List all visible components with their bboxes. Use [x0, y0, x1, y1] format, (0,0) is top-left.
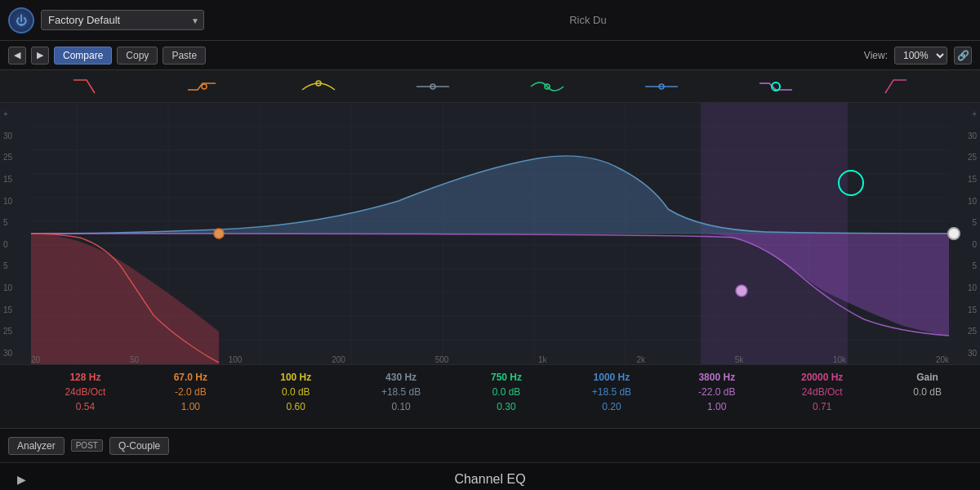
- band-param-2: 67.0 Hz -2.0 dB 1.00: [138, 372, 243, 412]
- db-label-25: 25: [3, 153, 28, 162]
- toolbar-right: View: 100% 🔗: [864, 47, 972, 65]
- db-label-5: 5: [3, 218, 28, 227]
- prev-button[interactable]: ◀: [8, 47, 26, 65]
- copy-button[interactable]: Copy: [117, 47, 158, 65]
- freq-label-20k: 20k: [936, 355, 949, 364]
- db-label-25b: 25: [3, 327, 28, 336]
- svg-point-0: [202, 84, 207, 89]
- band8-q: 0.71: [813, 401, 831, 412]
- post-badge: POST: [71, 439, 103, 452]
- svg-point-31: [736, 285, 747, 296]
- top-bar-left: ⏻ Factory Default ▼: [8, 7, 204, 33]
- band8-freq: 20000 Hz: [801, 372, 843, 383]
- band4-val: +18.5 dB: [381, 386, 421, 398]
- band-icon-5[interactable]: [490, 75, 604, 98]
- qcouple-button[interactable]: Q-Couple: [109, 437, 169, 455]
- band4-freq: 430 Hz: [385, 372, 416, 383]
- plugin-title: Channel EQ: [29, 472, 951, 487]
- band2-q: 1.00: [181, 401, 200, 412]
- freq-label-2k: 2k: [636, 355, 645, 364]
- band-param-6: 1000 Hz +18.5 dB 0.20: [559, 372, 664, 412]
- band-param-4: 430 Hz +18.5 dB 0.10: [349, 372, 454, 412]
- view-select[interactable]: 100%: [894, 47, 947, 65]
- band-icon-3[interactable]: [261, 75, 376, 98]
- freq-label-5k: 5k: [735, 355, 744, 364]
- freq-label-10k: 10k: [833, 355, 846, 364]
- power-button[interactable]: ⏻: [8, 7, 34, 33]
- band-param-3: 100 Hz 0.0 dB 0.60: [243, 372, 349, 412]
- freq-label-500: 500: [435, 355, 449, 364]
- db-label-0: 0: [3, 240, 28, 249]
- view-label: View:: [864, 50, 888, 61]
- band6-val: +18.5 dB: [592, 386, 631, 398]
- band5-val: 0.0 dB: [492, 386, 521, 398]
- band-icon-1[interactable]: [33, 75, 147, 98]
- paste-button[interactable]: Paste: [163, 47, 206, 65]
- freq-label-200: 200: [332, 355, 345, 364]
- db-label-plus-r: +: [952, 109, 977, 118]
- band-param-gain: Gain 0.0 dB: [875, 372, 980, 398]
- band8-val: 24dB/Oct: [802, 386, 843, 398]
- db-label-10b: 10: [3, 283, 28, 292]
- play-button[interactable]: ▶: [13, 471, 29, 488]
- preset-select[interactable]: Factory Default: [41, 10, 204, 30]
- band-icon-6[interactable]: [604, 75, 719, 98]
- band-icon-4[interactable]: [376, 75, 490, 98]
- db-label-plus: +: [3, 109, 28, 118]
- band4-q: 0.10: [391, 401, 410, 412]
- band2-val: -2.0 dB: [175, 386, 207, 398]
- gain-label: Gain: [916, 372, 938, 383]
- band7-freq: 3800 Hz: [698, 372, 735, 383]
- band3-val: 0.0 dB: [282, 386, 310, 398]
- band3-freq: 100 Hz: [280, 372, 311, 383]
- top-bar: ⏻ Factory Default ▼ Rick Du: [0, 0, 980, 41]
- band1-val: 24dB/Oct: [65, 386, 105, 398]
- freq-label-100: 100: [229, 355, 243, 364]
- analyzer-button[interactable]: Analyzer: [8, 437, 65, 455]
- band7-val: -22.0 dB: [698, 386, 735, 398]
- db-label-10: 10: [3, 197, 28, 206]
- db-label-5b: 5: [3, 261, 28, 270]
- power-icon: ⏻: [16, 14, 27, 27]
- freq-label-50: 50: [130, 355, 139, 364]
- band5-q: 0.30: [497, 401, 515, 412]
- band3-q: 0.60: [287, 401, 305, 412]
- band-param-1: 128 Hz 24dB/Oct 0.54: [33, 372, 138, 412]
- band1-freq: 128 Hz: [69, 372, 100, 383]
- band1-q: 0.54: [76, 401, 95, 412]
- band-params: 128 Hz 24dB/Oct 0.54 67.0 Hz -2.0 dB 1.0…: [0, 364, 980, 428]
- eq-area[interactable]: + 30 25 15 10 5 0 5 10 15 25 30 + 30 25 …: [0, 103, 980, 364]
- band-param-8: 20000 Hz 24dB/Oct 0.71: [769, 372, 875, 412]
- band6-freq: 1000 Hz: [594, 372, 630, 383]
- svg-point-30: [214, 229, 224, 238]
- footer: ▶ Channel EQ: [0, 462, 980, 490]
- right-circle-knob[interactable]: [947, 227, 960, 240]
- band-icon-2[interactable]: [147, 75, 261, 98]
- db-label-30b: 30: [3, 349, 28, 358]
- band-icons-row: [0, 70, 980, 103]
- band-param-7: 3800 Hz -22.0 dB 1.00: [664, 372, 769, 412]
- db-labels-left: + 30 25 15 10 5 0 5 10 15 25 30: [0, 103, 31, 364]
- db-label-30: 30: [3, 131, 28, 140]
- toolbar: ◀ ▶ Compare Copy Paste View: 100% 🔗: [0, 41, 980, 70]
- band2-freq: 67.0 Hz: [174, 372, 207, 383]
- band-icon-7[interactable]: [719, 75, 833, 98]
- next-button[interactable]: ▶: [31, 47, 49, 65]
- band5-freq: 750 Hz: [491, 372, 522, 383]
- band-icon-8[interactable]: [833, 75, 947, 98]
- link-button[interactable]: 🔗: [954, 47, 972, 65]
- band-param-5: 750 Hz 0.0 dB 0.30: [454, 372, 559, 412]
- freq-label-1k: 1k: [538, 355, 547, 364]
- bottom-row: Analyzer POST Q-Couple: [0, 428, 980, 462]
- freq-label-20: 20: [31, 355, 40, 364]
- db-label-15: 15: [3, 175, 28, 184]
- header-title: Rick Du: [569, 14, 607, 26]
- gain-val: 0.0 dB: [913, 386, 942, 398]
- band7-q: 1.00: [707, 401, 726, 412]
- freq-labels: 20 50 100 200 500 1k 2k 5k 10k 20k: [31, 355, 949, 364]
- band6-q: 0.20: [602, 401, 621, 412]
- compare-button[interactable]: Compare: [54, 47, 112, 65]
- db-label-15b: 15: [3, 305, 28, 314]
- preset-wrapper: Factory Default ▼: [41, 10, 204, 30]
